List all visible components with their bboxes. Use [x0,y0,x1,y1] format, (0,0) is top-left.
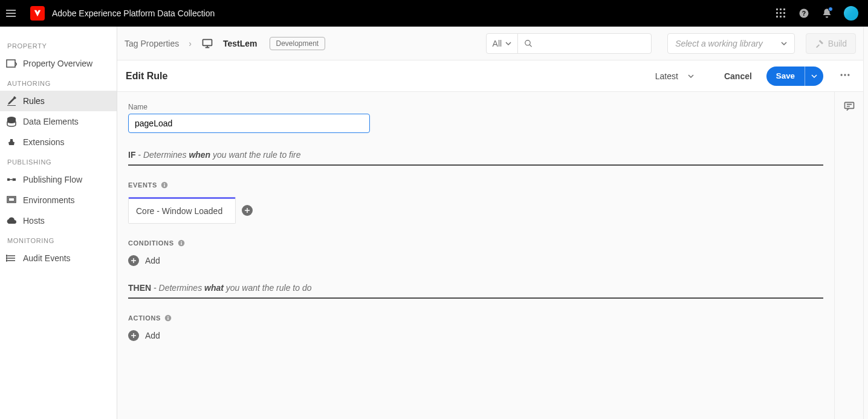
sidebar-item-publishing-flow[interactable]: Publishing Flow [0,169,117,190]
apps-grid-icon[interactable] [771,4,791,23]
svg-rect-11 [7,60,15,67]
quick-search-scope-label: All [493,39,502,48]
breadcrumb-root[interactable]: Tag Properties [125,39,179,48]
working-library-placeholder: Select a working library [675,39,763,48]
property-platform-icon [201,37,213,50]
add-condition-button[interactable]: Add [128,255,823,266]
svg-rect-1 [780,8,782,10]
sidebar-item-label: Hosts [23,216,45,226]
sidebar-item-environments[interactable]: Environments [0,190,117,210]
plus-icon [128,255,139,266]
app-title: Adobe Experience Platform Data Collectio… [52,8,215,18]
sidebar-item-hosts[interactable]: Hosts [0,210,117,231]
property-status-badge: Development [270,37,326,50]
svg-rect-7 [780,16,782,18]
svg-point-24 [847,74,849,76]
sidebar-group-authoring: AUTHORING [0,74,117,91]
extensions-icon [6,137,17,148]
sidebar-item-label: Rules [23,96,45,106]
svg-rect-27 [164,183,165,184]
svg-point-21 [525,40,530,45]
info-icon[interactable] [178,239,185,247]
quick-search-input[interactable] [537,39,646,48]
chevron-down-icon [505,41,511,47]
rule-name-label: Name [128,103,823,111]
divider [128,297,823,299]
svg-rect-29 [181,242,182,245]
svg-point-17 [6,255,7,256]
ellipsis-icon [839,69,851,81]
adobe-logo [30,6,45,21]
sidebar-item-label: Extensions [23,137,64,147]
chevron-down-icon [811,73,817,79]
hosts-icon [6,215,17,226]
sidebar-item-label: Data Elements [23,117,79,126]
build-button[interactable]: Build [806,33,856,54]
help-icon[interactable]: ? [794,4,814,23]
comments-icon[interactable] [843,100,855,112]
page-title: Edit Rule [126,71,167,82]
sidebar-item-label: Publishing Flow [23,175,82,184]
sidebar-group-publishing: PUBLISHING [0,152,117,169]
event-card[interactable]: Core - Window Loaded [128,197,236,224]
svg-rect-0 [776,8,778,10]
divider [128,164,823,166]
breadcrumb-current: TestLem [223,39,257,48]
right-rail [834,92,863,419]
nav-menu-button[interactable] [6,6,21,21]
notifications-icon[interactable] [817,4,837,23]
sidebar-group-monitoring: MONITORING [0,231,117,248]
working-library-select[interactable]: Select a working library [667,33,795,54]
audit-events-icon [6,253,17,264]
svg-point-19 [6,260,7,261]
rule-name-input[interactable] [128,114,370,133]
info-icon[interactable] [164,314,172,322]
svg-rect-4 [780,12,782,14]
events-heading: EVENTS [128,181,823,189]
svg-rect-20 [202,39,212,45]
svg-rect-2 [783,8,785,10]
sidebar-item-label: Audit Events [23,253,71,263]
revision-label: Latest [655,71,678,81]
hammer-icon [815,39,824,48]
svg-rect-13 [7,178,10,181]
sidebar-group-property: PROPERTY [0,36,117,53]
quick-search-scope[interactable]: All [487,34,519,53]
svg-rect-30 [181,241,182,242]
sidebar-item-rules[interactable]: Rules [0,91,117,111]
svg-rect-3 [776,12,778,14]
svg-text:?: ? [802,10,806,17]
more-actions-button[interactable] [835,69,855,83]
environments-icon [6,195,17,206]
add-action-button[interactable]: Add [128,330,823,341]
chevron-down-icon [688,73,694,79]
svg-rect-16 [8,198,15,201]
notification-dot [828,7,833,11]
build-button-label: Build [828,39,847,48]
cancel-button[interactable]: Cancel [724,71,752,81]
sidebar-item-data-elements[interactable]: Data Elements [0,111,117,132]
svg-rect-8 [783,16,785,18]
user-avatar[interactable] [844,6,858,21]
chevron-down-icon [781,41,787,47]
save-options-button[interactable] [805,67,823,86]
svg-point-18 [6,258,7,259]
sidebar-item-property-overview[interactable]: Property Overview [0,53,117,74]
window-scrollbar[interactable] [863,27,868,419]
revision-select[interactable]: Latest [655,71,694,81]
breadcrumb-separator: › [185,39,195,48]
add-condition-label: Add [145,256,160,265]
svg-rect-5 [783,12,785,14]
data-elements-icon [6,116,17,127]
sidebar-item-audit-events[interactable]: Audit Events [0,248,117,268]
save-button[interactable]: Save [766,67,805,86]
svg-rect-34 [844,102,853,108]
svg-rect-32 [167,317,169,320]
info-icon[interactable] [161,181,168,189]
sidebar-item-extensions[interactable]: Extensions [0,132,117,152]
add-event-button[interactable] [242,205,253,216]
property-overview-icon [6,58,17,69]
quick-search[interactable]: All [486,33,652,54]
actions-heading: ACTIONS [128,314,823,322]
publishing-flow-icon [6,174,17,185]
